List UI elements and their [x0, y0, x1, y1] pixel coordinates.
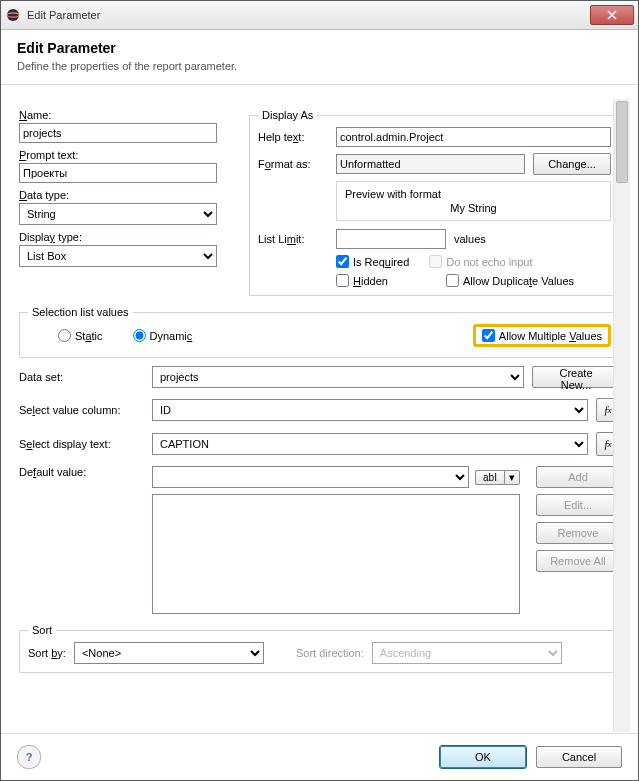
- close-button[interactable]: [590, 5, 634, 25]
- value-column-select[interactable]: ID: [152, 399, 588, 421]
- selection-list-legend: Selection list values: [28, 306, 133, 318]
- create-new-button[interactable]: Create New...: [532, 366, 620, 388]
- remove-button: Remove: [536, 522, 620, 544]
- dialog-content: Name: Prompt text: Data type: String Dis…: [9, 99, 630, 732]
- data-type-select[interactable]: String: [19, 203, 217, 225]
- page-title: Edit Parameter: [17, 40, 622, 56]
- vertical-scrollbar[interactable]: [613, 99, 630, 732]
- data-set-label: Data set:: [19, 371, 144, 383]
- do-not-echo-checkbox: Do not echo input: [429, 255, 532, 268]
- display-type-label: Display type:: [19, 231, 82, 243]
- left-column: Name: Prompt text: Data type: String Dis…: [19, 109, 229, 273]
- prompt-label: Prompt text:: [19, 149, 78, 161]
- dialog-header: Edit Parameter Define the properties of …: [1, 30, 638, 85]
- sort-direction-select: Ascending: [372, 642, 562, 664]
- sort-direction-label: Sort direction:: [296, 647, 364, 659]
- window-title: Edit Parameter: [27, 9, 590, 21]
- abl-split-button[interactable]: abI ▾: [475, 470, 520, 485]
- format-as-field: [336, 154, 525, 174]
- right-column: Display As Help text: Format as: Change.…: [249, 109, 620, 296]
- sort-legend: Sort: [28, 624, 56, 636]
- name-input[interactable]: [19, 123, 217, 143]
- chevron-down-icon[interactable]: ▾: [504, 470, 520, 485]
- abl-icon[interactable]: abI: [475, 470, 504, 485]
- display-type-select[interactable]: List Box: [19, 245, 217, 267]
- preview-box: Preview with format My String: [336, 181, 611, 221]
- display-text-select[interactable]: CAPTION: [152, 433, 588, 455]
- dynamic-radio[interactable]: Dynamic: [133, 329, 193, 342]
- preview-label: Preview with format: [345, 188, 602, 200]
- hidden-checkbox[interactable]: Hidden: [336, 274, 426, 287]
- selection-list-group: Selection list values Static Dynamic All…: [19, 306, 620, 358]
- cancel-button[interactable]: Cancel: [536, 746, 622, 768]
- default-value-list[interactable]: [152, 494, 520, 614]
- value-column-label: Select value column:: [19, 404, 144, 416]
- help-text-input[interactable]: [336, 127, 611, 147]
- help-text-label: Help text:: [258, 131, 328, 143]
- svg-point-0: [7, 9, 19, 21]
- display-text-label: Select display text:: [19, 438, 144, 450]
- name-label: Name:: [19, 109, 51, 121]
- help-icon[interactable]: ?: [17, 745, 41, 769]
- list-limit-suffix: values: [454, 233, 486, 245]
- list-limit-input[interactable]: [336, 229, 446, 249]
- dialog-footer: ? OK Cancel: [1, 733, 638, 780]
- page-subtitle: Define the properties of the report para…: [17, 60, 622, 72]
- display-as-legend: Display As: [258, 109, 317, 121]
- remove-all-button: Remove All: [536, 550, 620, 572]
- edit-button: Edit...: [536, 494, 620, 516]
- format-as-label: Format as:: [258, 158, 328, 170]
- list-limit-label: List Limit:: [258, 233, 328, 245]
- add-button: Add: [536, 466, 620, 488]
- prompt-text-input[interactable]: [19, 163, 217, 183]
- eclipse-icon: [5, 7, 21, 23]
- data-set-select[interactable]: projects: [152, 366, 524, 388]
- preview-value: My String: [345, 202, 602, 214]
- data-type-label: Data type:: [19, 189, 69, 201]
- sort-by-label: Sort by:: [28, 647, 66, 659]
- display-as-group: Display As Help text: Format as: Change.…: [249, 109, 620, 296]
- change-button[interactable]: Change...: [533, 153, 611, 175]
- sort-by-select[interactable]: <None>: [74, 642, 264, 664]
- allow-multiple-checkbox[interactable]: Allow Multiple Values: [482, 329, 602, 342]
- allow-duplicate-checkbox[interactable]: Allow Duplicate Values: [446, 274, 574, 287]
- default-value-label: Default value:: [19, 466, 144, 478]
- titlebar: Edit Parameter: [1, 1, 638, 30]
- dialog-window: Edit Parameter Edit Parameter Define the…: [0, 0, 639, 781]
- default-value-select[interactable]: [152, 466, 469, 488]
- sort-group: Sort Sort by: <None> Sort direction: Asc…: [19, 624, 620, 673]
- static-radio[interactable]: Static: [58, 329, 103, 342]
- allow-multiple-highlight: Allow Multiple Values: [473, 324, 611, 347]
- scrollbar-thumb[interactable]: [616, 101, 628, 183]
- is-required-checkbox[interactable]: Is Required: [336, 255, 409, 268]
- ok-button[interactable]: OK: [440, 746, 526, 768]
